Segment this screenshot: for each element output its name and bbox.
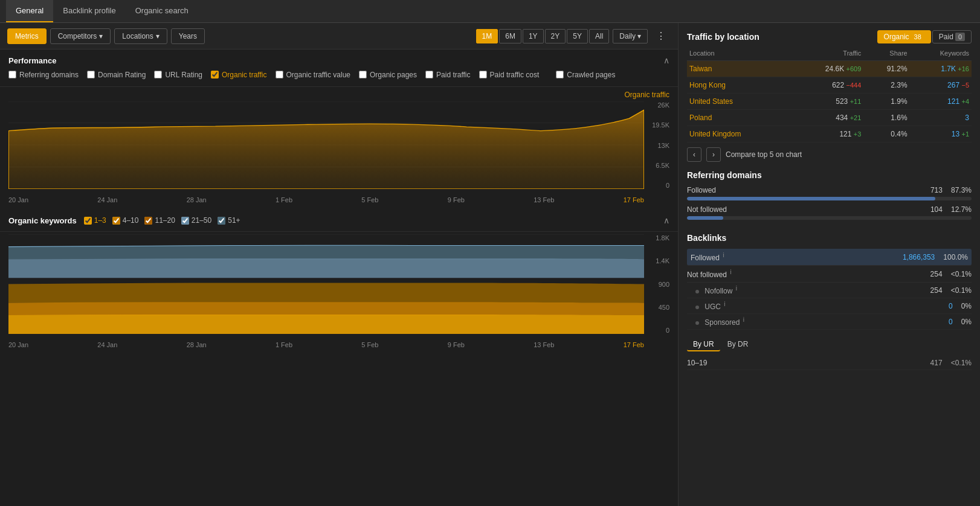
kw-legend-11-20[interactable]: 11–20: [144, 216, 175, 225]
bl-notfollowed-label: Not followed i: [687, 269, 732, 279]
cb-crawled-pages-input[interactable]: [556, 71, 564, 78]
paid-count: 0: [955, 33, 965, 41]
traffic-taiwan: 24.6K +609: [790, 61, 864, 77]
by-tabs: By UR By DR: [687, 338, 972, 351]
cb-paid-traffic-cost-input[interactable]: [479, 71, 487, 78]
country-hk: Hong Kong: [687, 77, 790, 94]
time-5y[interactable]: 5Y: [567, 29, 588, 43]
performance-chart-svg-wrap: [8, 101, 644, 189]
traffic-hk: 622 −444: [790, 77, 864, 94]
tab-organic[interactable]: Organic 38: [877, 30, 931, 43]
competitors-button[interactable]: Competitors ▾: [50, 28, 111, 44]
kw-title: Organic keywords: [8, 216, 77, 225]
locations-button[interactable]: Locations ▾: [114, 28, 167, 44]
by-section: By UR By DR 10–19 417 <0.1%: [687, 338, 972, 370]
bl-nofollow-count: 254: [930, 286, 943, 295]
more-button[interactable]: ⋮: [651, 28, 671, 44]
ref-followed-count: 713: [930, 186, 943, 194]
locations-dropdown-icon: ▾: [156, 32, 160, 40]
cb-url-rating[interactable]: URL Rating: [154, 71, 202, 79]
by-row-10-19: 10–19 417 <0.1%: [687, 356, 972, 370]
backlinks-title: Backlinks: [687, 233, 972, 243]
metrics-button[interactable]: Metrics: [7, 28, 47, 44]
nav-next[interactable]: ›: [706, 147, 721, 162]
bl-notfollowed-count: 254: [930, 270, 943, 278]
tab-general[interactable]: General: [6, 0, 53, 22]
cb-url-rating-input[interactable]: [154, 71, 162, 78]
traffic-location-title: Traffic by location: [687, 32, 759, 42]
kw-uk: 13 +1: [910, 126, 972, 143]
daily-button[interactable]: Daily ▾: [613, 29, 648, 43]
ref-followed-label: Followed: [687, 186, 716, 194]
kw-legend-1-3[interactable]: 1–3: [84, 216, 106, 225]
cb-referring-domains-input[interactable]: [8, 71, 16, 78]
right-panel: Traffic by location Organic 38 Paid 0: [678, 23, 980, 506]
bl-row-ugc: UGC i 0 0%: [687, 298, 972, 314]
by-ur-tab[interactable]: By UR: [687, 338, 720, 351]
referring-domains-title: Referring domains: [687, 170, 972, 180]
kw-legend-21-50[interactable]: 21–50: [181, 216, 211, 225]
bl-sponsored-label: Sponsored i: [695, 316, 744, 327]
time-1y[interactable]: 1Y: [523, 29, 544, 43]
bl-sponsored-pct: 0%: [961, 318, 972, 326]
table-row: United States 523 +11 1.9% 121 +4: [687, 94, 972, 110]
time-2y[interactable]: 2Y: [545, 29, 566, 43]
country-poland: Poland: [687, 110, 790, 126]
performance-chart: Organic traffic 26K 19.5K 13K 6.5K 0: [8, 89, 669, 207]
cb-organic-pages[interactable]: Organic pages: [359, 71, 417, 79]
performance-collapse[interactable]: ∧: [663, 56, 669, 65]
nav-prev[interactable]: ‹: [687, 147, 701, 162]
bl-sponsored-dot: [695, 321, 699, 325]
cb-paid-traffic-input[interactable]: [425, 71, 433, 78]
cb-organic-traffic-value[interactable]: Organic traffic value: [276, 71, 351, 79]
traffic-by-location: Traffic by location Organic 38 Paid 0: [687, 30, 972, 162]
bl-nofollow-dot: [695, 290, 699, 293]
cb-domain-rating-input[interactable]: [87, 71, 95, 78]
country-us: United States: [687, 94, 790, 110]
cb-domain-rating[interactable]: Domain Rating: [87, 71, 146, 79]
cb-organic-traffic-value-input[interactable]: [276, 71, 283, 78]
sponsored-info-icon: i: [743, 316, 744, 323]
time-buttons: 1M 6M 1Y 2Y 5Y All: [476, 29, 610, 43]
kw-legend-4-10[interactable]: 4–10: [112, 216, 139, 225]
bl-row-notfollowed: Not followed i 254 <0.1%: [687, 266, 972, 283]
by-row-count: 417: [930, 359, 943, 367]
nofollow-info-icon: i: [736, 285, 737, 292]
kw-collapse[interactable]: ∧: [663, 216, 669, 225]
time-1m[interactable]: 1M: [476, 29, 498, 43]
by-dr-tab[interactable]: By DR: [721, 338, 755, 351]
daily-dropdown-icon: ▾: [637, 32, 641, 40]
time-all[interactable]: All: [589, 29, 609, 43]
kw-legend-51-plus[interactable]: 51+: [218, 216, 240, 225]
bl-ugc-dot: [695, 306, 699, 309]
cb-paid-traffic-cost[interactable]: Paid traffic cost: [479, 71, 540, 79]
kw-y-labels: 1.8K 1.4K 900 450 0: [646, 234, 669, 334]
cb-referring-domains[interactable]: Referring domains: [8, 71, 79, 79]
col-traffic: Traffic: [790, 48, 864, 61]
cb-paid-traffic[interactable]: Paid traffic: [425, 71, 470, 79]
bl-followed-count: 1,866,353: [903, 253, 935, 261]
ref-notfollowed-label: Not followed: [687, 205, 727, 214]
traffic-us: 523 +11: [790, 94, 864, 110]
ref-followed-bar: [687, 197, 935, 200]
col-keywords: Keywords: [910, 48, 972, 61]
kw-taiwan: 1.7K +16: [910, 61, 972, 77]
chart-organic-label: Organic traffic: [625, 91, 669, 99]
ref-notfollowed-bar: [687, 216, 723, 220]
cb-organic-traffic[interactable]: Organic traffic: [211, 71, 266, 79]
compare-link[interactable]: Compare top 5 on chart: [726, 150, 802, 159]
tab-backlink-profile[interactable]: Backlink profile: [53, 0, 125, 22]
cb-crawled-pages[interactable]: Crawled pages: [556, 71, 615, 79]
tab-paid[interactable]: Paid 0: [932, 30, 972, 43]
chart-nav: ‹ › Compare top 5 on chart: [687, 147, 972, 162]
cb-organic-pages-input[interactable]: [359, 71, 367, 78]
organic-keywords-section: Organic keywords 1–3 4–10 11–20: [0, 210, 678, 232]
years-button[interactable]: Years: [171, 28, 205, 44]
tab-organic-search[interactable]: Organic search: [126, 0, 198, 22]
followed-info-icon: i: [723, 252, 724, 258]
cb-organic-traffic-input[interactable]: [211, 71, 219, 78]
ref-notfollowed-count: 104: [930, 205, 943, 214]
time-6m[interactable]: 6M: [499, 29, 521, 43]
share-uk: 0.4%: [863, 126, 909, 143]
main-layout: Metrics Competitors ▾ Locations ▾ Years …: [0, 23, 980, 506]
